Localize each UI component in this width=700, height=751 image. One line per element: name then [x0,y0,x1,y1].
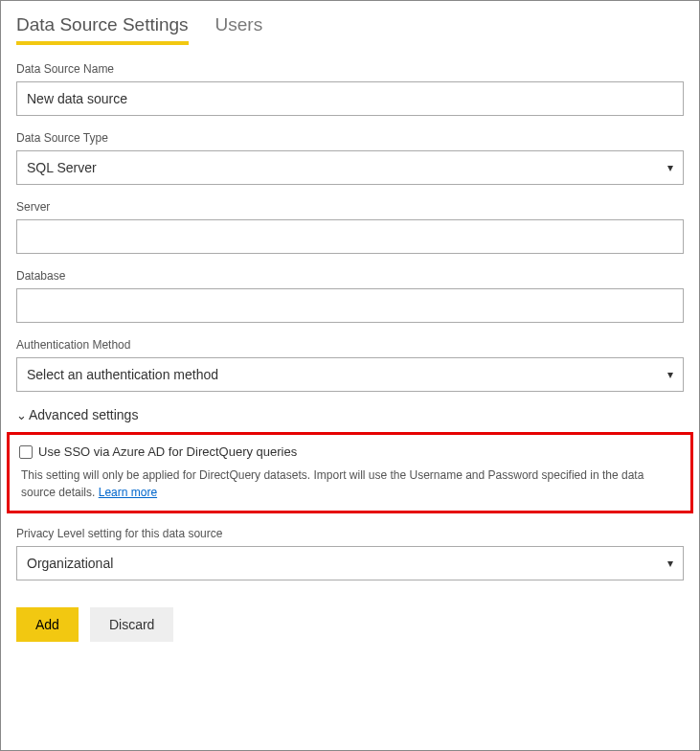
field-server: Server [16,200,684,254]
data-source-settings-panel: Data Source Settings Users Data Source N… [0,0,700,751]
checkbox-sso-azure-ad[interactable] [19,445,33,459]
input-database[interactable] [16,288,684,323]
label-privacy-level: Privacy Level setting for this data sour… [16,527,684,540]
sso-helper-text: This setting will only be applied for Di… [19,467,681,501]
label-data-source-type: Data Source Type [16,131,684,145]
learn-more-link[interactable]: Learn more [99,486,157,499]
chevron-down-icon: ▾ [667,368,673,381]
field-privacy-level: Privacy Level setting for this data sour… [16,527,684,580]
chevron-down-icon: ▾ [667,557,673,570]
select-privacy-level[interactable]: Organizational ▾ [16,546,684,580]
tab-users[interactable]: Users [215,11,263,45]
sso-highlight-box: Use SSO via Azure AD for DirectQuery que… [7,432,693,513]
input-data-source-name[interactable] [16,81,684,116]
input-server[interactable] [16,219,684,254]
chevron-down-icon: ⌄ [16,408,27,422]
advanced-settings-toggle[interactable]: ⌄ Advanced settings [16,407,684,422]
select-value-authentication-method: Select an authentication method [27,367,218,382]
select-authentication-method[interactable]: Select an authentication method ▾ [16,357,684,392]
label-server: Server [16,200,684,214]
label-sso-azure-ad: Use SSO via Azure AD for DirectQuery que… [38,444,297,459]
field-authentication-method: Authentication Method Select an authenti… [16,338,684,392]
select-data-source-type[interactable]: SQL Server ▾ [16,150,684,185]
label-authentication-method: Authentication Method [16,338,684,352]
field-database: Database [16,269,684,323]
tab-data-source-settings[interactable]: Data Source Settings [16,11,189,45]
sso-checkbox-row: Use SSO via Azure AD for DirectQuery que… [19,444,681,459]
discard-button[interactable]: Discard [90,607,173,642]
field-data-source-name: Data Source Name [16,62,684,116]
select-value-privacy-level: Organizational [27,556,113,571]
tab-bar: Data Source Settings Users [16,11,684,45]
advanced-settings-label: Advanced settings [29,407,138,422]
select-value-data-source-type: SQL Server [27,160,97,175]
chevron-down-icon: ▾ [667,161,673,174]
label-data-source-name: Data Source Name [16,62,684,76]
add-button[interactable]: Add [16,607,79,642]
field-data-source-type: Data Source Type SQL Server ▾ [16,131,684,185]
button-row: Add Discard [16,607,684,642]
label-database: Database [16,269,684,283]
